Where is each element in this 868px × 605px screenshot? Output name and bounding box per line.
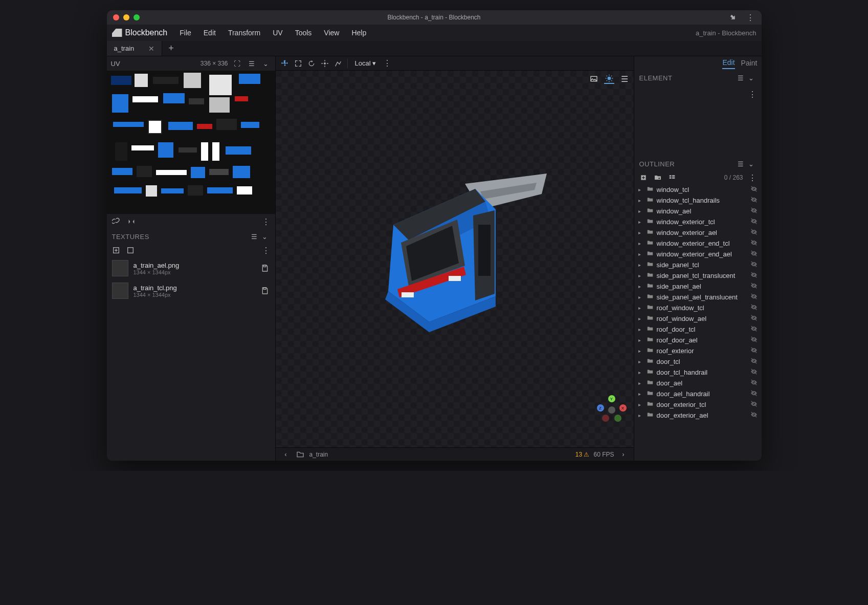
viewport-menu-icon[interactable]: ☰ [619, 74, 630, 84]
visibility-toggle-icon[interactable] [750, 271, 758, 280]
outliner-item[interactable]: ▸ door_ael_handrail [634, 388, 762, 399]
chevron-right-icon[interactable]: ▸ [638, 208, 644, 214]
outliner-item[interactable]: ▸ door_tcl [634, 356, 762, 367]
visibility-toggle-icon[interactable] [750, 228, 758, 237]
chevron-right-icon[interactable]: ▸ [638, 402, 644, 407]
visibility-toggle-icon[interactable] [750, 218, 758, 226]
visibility-toggle-icon[interactable] [750, 336, 758, 344]
chevron-right-icon[interactable]: ▸ [638, 370, 644, 375]
outliner-item[interactable]: ▸ window_tcl_handrails [634, 195, 762, 206]
visibility-toggle-icon[interactable] [750, 293, 758, 301]
mode-tab-paint[interactable]: Paint [741, 59, 758, 69]
chevron-right-icon[interactable]: ▸ [638, 273, 644, 278]
textures-more-icon[interactable]: ⋮ [261, 245, 271, 255]
minimize-window-button[interactable] [123, 14, 129, 20]
visibility-toggle-icon[interactable] [750, 390, 758, 398]
resize-tool-icon[interactable] [293, 58, 303, 69]
outliner-item[interactable]: ▸ side_panel_tcl [634, 260, 762, 270]
menu-uv[interactable]: UV [268, 27, 287, 39]
toggle-list-icon[interactable] [667, 172, 677, 183]
add-group-icon[interactable] [653, 172, 663, 183]
close-tab-icon[interactable]: ✕ [148, 45, 154, 53]
screenshot-icon[interactable] [589, 74, 599, 84]
visibility-toggle-icon[interactable] [750, 379, 758, 387]
outliner-item[interactable]: ▸ window_ael [634, 206, 762, 217]
visibility-toggle-icon[interactable] [750, 196, 758, 205]
visibility-toggle-icon[interactable] [750, 411, 758, 420]
chevron-right-icon[interactable]: ▸ [638, 305, 644, 311]
uv-more-icon[interactable]: ⋮ [261, 217, 271, 227]
chevron-down-icon[interactable]: ⌄ [261, 58, 271, 69]
add-texture-icon[interactable] [111, 245, 121, 255]
chevron-right-icon[interactable]: ▸ [638, 241, 644, 246]
toolbar-more-icon[interactable]: ⋮ [382, 58, 392, 69]
chevron-right-icon[interactable]: ▸ [638, 251, 644, 257]
outliner-item[interactable]: ▸ window_exterior_ael [634, 227, 762, 238]
outliner-item[interactable]: ▸ roof_door_tcl [634, 324, 762, 335]
outliner-item[interactable]: ▸ side_panel_ael [634, 281, 762, 292]
chevron-down-icon[interactable]: ⌄ [260, 231, 270, 242]
menu-file[interactable]: File [174, 27, 196, 39]
texture-item[interactable]: a_train_ael.png 1344 × 1344px [107, 257, 275, 279]
breadcrumb-forward-icon[interactable]: › [618, 449, 629, 460]
chevron-right-icon[interactable]: ▸ [638, 316, 644, 321]
visibility-toggle-icon[interactable] [750, 314, 758, 323]
visibility-toggle-icon[interactable] [750, 250, 758, 258]
mode-tab-edit[interactable]: Edit [722, 58, 735, 69]
save-texture-icon[interactable] [260, 263, 270, 273]
visibility-toggle-icon[interactable] [750, 261, 758, 269]
outliner-item[interactable]: ▸ door_tcl_handrail [634, 367, 762, 378]
chevron-right-icon[interactable]: ▸ [638, 219, 644, 225]
chevron-down-icon[interactable]: ⌄ [746, 159, 756, 169]
visibility-toggle-icon[interactable] [750, 325, 758, 334]
outliner-item[interactable]: ▸ window_tcl [634, 184, 762, 195]
outliner-item[interactable]: ▸ side_panel_ael_translucent [634, 292, 762, 302]
chevron-right-icon[interactable]: ▸ [638, 413, 644, 418]
visibility-toggle-icon[interactable] [750, 185, 758, 194]
visibility-toggle-icon[interactable] [750, 207, 758, 215]
chevron-right-icon[interactable]: ▸ [638, 348, 644, 354]
save-texture-icon[interactable] [260, 286, 270, 296]
close-window-button[interactable] [113, 14, 119, 20]
outliner-item[interactable]: ▸ roof_exterior [634, 345, 762, 356]
uv-canvas[interactable] [107, 71, 275, 214]
outliner-item[interactable]: ▸ door_ael [634, 378, 762, 388]
visibility-toggle-icon[interactable] [750, 357, 758, 366]
transform-space-dropdown[interactable]: Local ▾ [352, 58, 380, 68]
chevron-right-icon[interactable]: ▸ [638, 284, 644, 289]
maximize-window-button[interactable] [133, 14, 140, 20]
visibility-toggle-icon[interactable] [750, 347, 758, 355]
pivot-tool-icon[interactable] [320, 58, 330, 69]
warnings-count[interactable]: 13 ⚠ [575, 451, 590, 458]
visibility-toggle-icon[interactable] [750, 282, 758, 291]
outliner-item[interactable]: ▸ roof_window_tcl [634, 302, 762, 313]
more-icon[interactable]: ⋮ [745, 12, 755, 23]
new-tab-button[interactable]: + [162, 43, 180, 54]
uv-menu-icon[interactable]: ☰ [247, 58, 257, 69]
menu-edit[interactable]: Edit [198, 27, 221, 39]
outliner-item[interactable]: ▸ door_exterior_tcl [634, 399, 762, 410]
element-more-icon[interactable]: ⋮ [747, 89, 758, 99]
textures-menu-icon[interactable]: ☰ [250, 231, 260, 242]
orientation-gizmo[interactable]: Y X Z [599, 397, 625, 423]
chevron-right-icon[interactable]: ▸ [638, 187, 644, 192]
element-menu-icon[interactable]: ☰ [736, 73, 746, 83]
outliner-item[interactable]: ▸ side_panel_tcl_translucent [634, 270, 762, 281]
import-texture-icon[interactable] [125, 245, 136, 255]
chevron-right-icon[interactable]: ▸ [638, 359, 644, 364]
visibility-toggle-icon[interactable] [750, 400, 758, 409]
outliner-item[interactable]: ▸ window_exterior_end_ael [634, 249, 762, 260]
chevron-down-icon[interactable]: ⌄ [746, 73, 756, 83]
plugins-icon[interactable] [728, 12, 738, 23]
chevron-right-icon[interactable]: ▸ [638, 327, 644, 332]
rotate-tool-icon[interactable] [306, 58, 317, 69]
add-cube-icon[interactable] [638, 172, 649, 183]
visibility-toggle-icon[interactable] [750, 304, 758, 312]
outliner-item[interactable]: ▸ door_exterior_ael [634, 410, 762, 421]
uv-link-icon[interactable] [111, 217, 121, 227]
shading-icon[interactable] [604, 74, 614, 84]
outliner-item[interactable]: ▸ roof_window_ael [634, 313, 762, 324]
outliner-menu-icon[interactable]: ☰ [736, 159, 746, 169]
chevron-right-icon[interactable]: ▸ [638, 391, 644, 397]
visibility-toggle-icon[interactable] [750, 368, 758, 377]
